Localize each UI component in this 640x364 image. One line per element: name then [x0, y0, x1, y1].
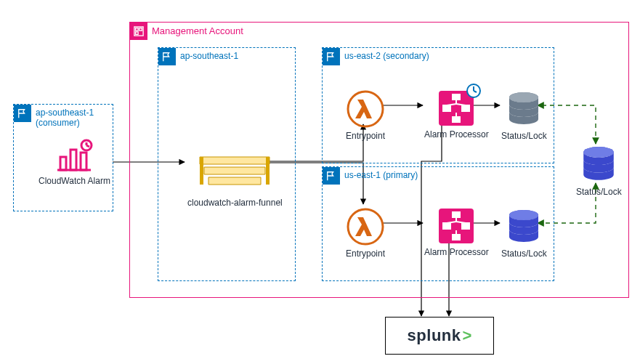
- alarm-processor-label: Alarm Processor: [424, 129, 489, 139]
- svg-marker-16: [200, 157, 270, 164]
- schedule-clock-icon: [466, 83, 482, 99]
- sns-topic-icon: [198, 154, 271, 195]
- flag-icon: [158, 48, 176, 65]
- svg-rect-40: [453, 212, 460, 217]
- svg-point-51: [509, 210, 538, 220]
- statuslock-global-label: Status/Lock: [576, 187, 622, 197]
- statuslock-global-node: Status/Lock: [576, 145, 622, 197]
- statuslock-label: Status/Lock: [501, 131, 547, 141]
- svg-rect-14: [139, 28, 142, 31]
- entrypoint-secondary-node: Entrypoint: [346, 90, 385, 141]
- svg-rect-7: [70, 150, 76, 170]
- flag-icon: [323, 167, 340, 185]
- statuslock-secondary-node: Status/Lock: [501, 90, 547, 141]
- management-account-box: Management Account ap-southeast-1 cloudw…: [129, 22, 629, 298]
- statuslock-label: Status/Lock: [501, 248, 547, 259]
- svg-rect-20: [266, 157, 270, 185]
- region-useast2: us-east-2 (secondary) Entrypoint: [322, 47, 554, 163]
- splunk-caret: >: [463, 326, 472, 345]
- lambda-icon: [347, 90, 384, 128]
- svg-marker-18: [208, 177, 261, 185]
- svg-point-37: [509, 92, 538, 102]
- splunk-wordmark: splunk: [408, 326, 461, 345]
- svg-rect-13: [136, 28, 139, 31]
- region-title: ap-southeast-1 (consumer): [36, 108, 113, 128]
- svg-rect-8: [81, 153, 86, 170]
- splunk-node: splunk >: [385, 317, 494, 355]
- cloudwatch-alarm-icon: [54, 138, 94, 173]
- svg-rect-19: [200, 157, 203, 185]
- svg-rect-15: [136, 32, 139, 35]
- stepfunctions-icon: [438, 208, 474, 244]
- region-consumer: ap-southeast-1 (consumer) CloudWatch Ala…: [13, 104, 113, 211]
- alarm-processor-primary-node: Alarm Processor: [424, 208, 489, 257]
- entrypoint-label: Entrypoint: [346, 248, 385, 259]
- statuslock-primary-node: Status/Lock: [501, 208, 547, 259]
- svg-rect-23: [453, 94, 460, 100]
- region-useast1: us-east-1 (primary) Entrypoint: [322, 166, 554, 281]
- svg-line-11: [86, 145, 89, 147]
- entrypoint-primary-node: Entrypoint: [346, 208, 385, 259]
- region-title: ap-southeast-1: [180, 51, 238, 61]
- alarm-processor-label: Alarm Processor: [424, 247, 489, 257]
- cloudwatch-alarm-label: CloudWatch Alarm: [39, 176, 110, 186]
- svg-rect-41: [453, 235, 460, 240]
- cloudwatch-alarm-node: CloudWatch Alarm: [39, 138, 110, 186]
- alarm-processor-secondary-node: Alarm Processor: [424, 90, 489, 139]
- management-account-title: Management Account: [152, 25, 243, 36]
- svg-rect-6: [60, 157, 66, 170]
- sns-funnel-node: cloudwatch-alarm-funnel: [187, 154, 283, 208]
- svg-rect-24: [453, 117, 460, 122]
- flag-icon: [14, 105, 31, 122]
- svg-marker-17: [204, 167, 265, 174]
- region-apsoutheast1: ap-southeast-1 cloudwatch-alarm-funnel: [158, 47, 296, 281]
- account-icon: [130, 23, 147, 40]
- database-icon: [579, 145, 618, 184]
- region-title: us-east-2 (secondary): [344, 51, 429, 61]
- region-title: us-east-1 (primary): [344, 170, 418, 180]
- sns-funnel-label: cloudwatch-alarm-funnel: [187, 198, 283, 208]
- database-icon: [505, 90, 543, 128]
- database-icon: [505, 208, 543, 246]
- lambda-icon: [347, 208, 384, 246]
- svg-point-53: [584, 147, 615, 158]
- flag-icon: [323, 48, 340, 65]
- entrypoint-label: Entrypoint: [346, 131, 385, 141]
